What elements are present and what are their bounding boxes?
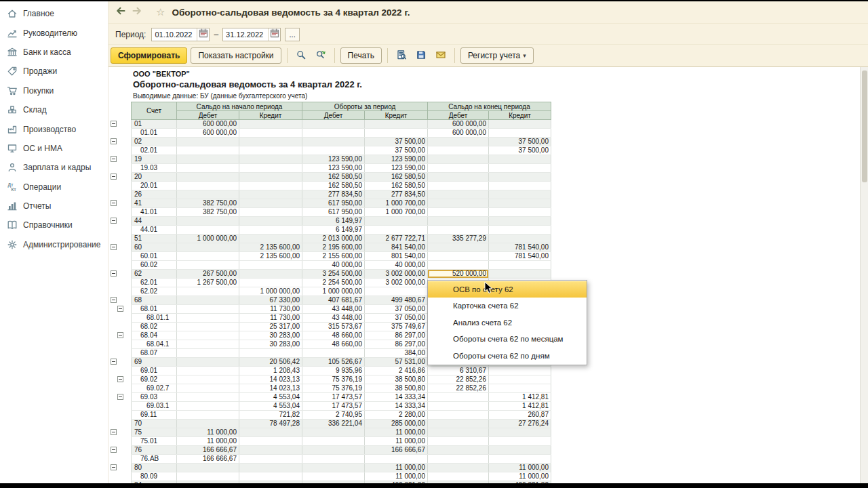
- value-cell[interactable]: [302, 464, 365, 472]
- tree-expander[interactable]: [111, 464, 117, 470]
- value-cell[interactable]: [365, 226, 428, 235]
- value-cell[interactable]: 781 540,00: [489, 243, 551, 252]
- value-cell[interactable]: [177, 217, 239, 226]
- sidebar-item-sales[interactable]: Продажи: [0, 62, 108, 81]
- account-cell[interactable]: 75.01: [132, 437, 177, 446]
- value-cell[interactable]: [489, 226, 551, 235]
- value-cell[interactable]: [177, 340, 239, 349]
- sidebar-item-reports[interactable]: Отчеты: [0, 197, 108, 216]
- value-cell[interactable]: [177, 252, 239, 261]
- value-cell[interactable]: 166 666,67: [177, 455, 239, 464]
- value-cell[interactable]: 2 280,00: [365, 411, 428, 420]
- value-cell[interactable]: [239, 120, 302, 129]
- account-cell[interactable]: 19.03: [132, 164, 177, 173]
- value-cell[interactable]: [177, 155, 239, 164]
- value-cell[interactable]: [302, 120, 365, 129]
- value-cell[interactable]: 1 000 000,00: [177, 235, 239, 243]
- value-cell[interactable]: [489, 446, 551, 455]
- value-cell[interactable]: [239, 138, 302, 146]
- value-cell[interactable]: [489, 428, 551, 437]
- value-cell[interactable]: 375 749,67: [365, 323, 428, 331]
- value-cell[interactable]: 801 540,00: [365, 252, 428, 261]
- account-cell[interactable]: 76.АВ: [132, 455, 177, 464]
- account-cell[interactable]: 69: [132, 358, 177, 367]
- value-cell[interactable]: [177, 402, 239, 411]
- value-cell[interactable]: [302, 437, 365, 446]
- value-cell[interactable]: 162 580,50: [365, 182, 428, 190]
- value-cell[interactable]: [489, 164, 551, 173]
- tree-expander[interactable]: [111, 429, 117, 435]
- value-cell[interactable]: 162 580,50: [302, 182, 365, 190]
- account-cell[interactable]: 68.02: [132, 323, 177, 331]
- value-cell[interactable]: 285 000,00: [365, 420, 428, 428]
- value-cell[interactable]: 86 297,00: [365, 340, 428, 349]
- value-cell[interactable]: [428, 190, 489, 199]
- sidebar-item-home[interactable]: Главное: [0, 4, 108, 23]
- scrollbar-thumb[interactable]: [862, 70, 867, 182]
- print-button[interactable]: Печать: [340, 47, 382, 64]
- value-cell[interactable]: [428, 393, 489, 402]
- value-cell[interactable]: 166 666,67: [177, 446, 239, 455]
- send-mail-button[interactable]: [433, 47, 449, 64]
- value-cell[interactable]: [428, 420, 489, 428]
- value-cell[interactable]: 11 000,00: [365, 428, 428, 437]
- tree-expander[interactable]: [117, 306, 123, 312]
- account-cell[interactable]: 02.01: [132, 146, 177, 155]
- value-cell[interactable]: [489, 173, 551, 182]
- account-cell[interactable]: 02: [132, 138, 177, 146]
- value-cell[interactable]: [428, 446, 489, 455]
- value-cell[interactable]: [428, 155, 489, 164]
- value-cell[interactable]: [428, 208, 489, 217]
- value-cell[interactable]: [177, 375, 239, 384]
- value-cell[interactable]: 11 000,00: [365, 464, 428, 472]
- value-cell[interactable]: 48 660,00: [302, 331, 365, 340]
- value-cell[interactable]: 38 500,80: [365, 384, 428, 393]
- value-cell[interactable]: 1 267 500,00: [177, 279, 239, 287]
- value-cell[interactable]: [302, 455, 365, 464]
- value-cell[interactable]: 14 023,13: [239, 384, 302, 393]
- value-cell[interactable]: [239, 446, 302, 455]
- account-cell[interactable]: 51: [132, 235, 177, 243]
- account-cell[interactable]: 76: [132, 446, 177, 455]
- value-cell[interactable]: 78 497,28: [239, 420, 302, 428]
- value-cell[interactable]: [239, 173, 302, 182]
- value-cell[interactable]: 162 580,50: [365, 173, 428, 182]
- value-cell[interactable]: 11 000,00: [489, 464, 551, 472]
- value-cell[interactable]: [489, 455, 551, 464]
- account-cell[interactable]: 41.01: [132, 208, 177, 217]
- value-cell[interactable]: [239, 464, 302, 472]
- context-menu-item[interactable]: ОСВ по счету 62: [428, 281, 587, 298]
- value-cell[interactable]: [177, 173, 239, 182]
- value-cell[interactable]: [365, 217, 428, 226]
- forward-button[interactable]: [129, 5, 145, 20]
- value-cell[interactable]: 40 000,00: [302, 261, 365, 270]
- value-cell[interactable]: 520 000,00: [428, 270, 489, 279]
- value-cell[interactable]: 11 000,00: [177, 428, 239, 437]
- value-cell[interactable]: 260,87: [489, 411, 551, 420]
- value-cell[interactable]: 3 002 000,00: [365, 279, 428, 287]
- value-cell[interactable]: 600 000,00: [177, 120, 239, 129]
- value-cell[interactable]: 17 473,57: [302, 393, 365, 402]
- value-cell[interactable]: [239, 164, 302, 173]
- value-cell[interactable]: [489, 235, 551, 243]
- value-cell[interactable]: [177, 296, 239, 305]
- find-in-report-button[interactable]: [393, 47, 410, 64]
- generate-button[interactable]: Сформировать: [111, 47, 187, 64]
- value-cell[interactable]: 48 660,00: [302, 340, 365, 349]
- value-cell[interactable]: 267 500,00: [177, 270, 239, 279]
- value-cell[interactable]: 277 834,50: [365, 190, 428, 199]
- register-button[interactable]: Регистр учета▾: [460, 47, 534, 64]
- back-button[interactable]: [113, 5, 129, 20]
- value-cell[interactable]: 1 000 000,00: [302, 287, 365, 296]
- tree-expander[interactable]: [111, 121, 117, 127]
- value-cell[interactable]: 2 416,86: [365, 367, 428, 375]
- account-cell[interactable]: 01: [132, 120, 177, 129]
- value-cell[interactable]: 166 666,67: [365, 446, 428, 455]
- value-cell[interactable]: [428, 464, 489, 472]
- account-cell[interactable]: 68.04: [132, 331, 177, 340]
- period-from-input[interactable]: 01.10.2022: [152, 30, 197, 39]
- value-cell[interactable]: 1 000 700,00: [365, 208, 428, 217]
- account-cell[interactable]: 68.07: [132, 349, 177, 358]
- value-cell[interactable]: [428, 411, 489, 420]
- account-cell[interactable]: 68: [132, 296, 177, 305]
